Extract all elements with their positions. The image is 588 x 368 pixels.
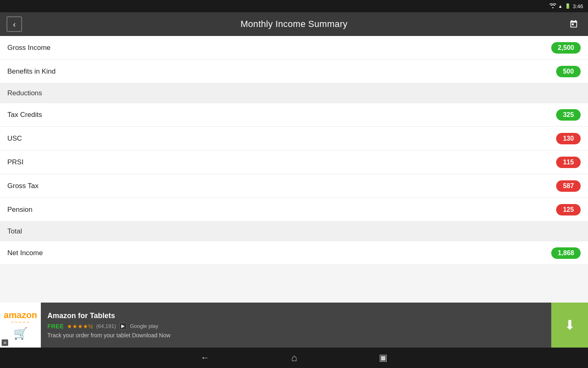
row-label-tax-credits: Tax Credits (7, 111, 42, 119)
row-benefits-in-kind[interactable]: Benefits in Kind500 (0, 60, 588, 83)
back-icon: ‹ (13, 20, 16, 29)
ad-content: Amazon for Tablets FREE ★★★★½ (64,191) ▶… (41, 303, 551, 348)
badge-gross-tax: 587 (556, 180, 581, 192)
ad-close-button[interactable]: ✕ (2, 339, 8, 346)
row-label-usc: USC (7, 135, 22, 143)
ad-smile-icon: ~~~~~ (11, 319, 30, 325)
badge-benefits-in-kind: 500 (556, 66, 581, 77)
ad-download-button[interactable]: ⬇ (551, 303, 588, 348)
row-label-total: Total (7, 227, 22, 236)
ad-banner: amazon ~~~~~ 🛒 ✕ Amazon for Tablets FREE… (0, 303, 588, 348)
bottom-nav: ← ⌂ ▣ (0, 348, 588, 368)
row-gross-tax[interactable]: Gross Tax587 (0, 174, 588, 198)
status-icons: ▲ 🔋 3:46 (550, 3, 583, 9)
badge-pension: 125 (556, 204, 581, 215)
row-pension[interactable]: Pension125 (0, 198, 588, 222)
row-gross-income[interactable]: Gross Income2,500 (0, 36, 588, 60)
wifi-icon (550, 3, 556, 9)
row-usc[interactable]: USC130 (0, 127, 588, 150)
row-reductions: Reductions (0, 83, 588, 103)
status-bar: ▲ 🔋 3:46 (0, 0, 588, 12)
row-total: Total (0, 222, 588, 241)
ad-description: Track your order from your tablet Downlo… (47, 332, 545, 339)
ad-stars: ★★★★½ (67, 323, 93, 330)
ad-subtitle-row: FREE ★★★★½ (64,191) ▶ Google play (47, 323, 545, 330)
recents-nav-button[interactable]: ▣ (379, 352, 388, 363)
ad-title: Amazon for Tablets (47, 312, 545, 320)
battery-icon: 🔋 (565, 3, 571, 9)
google-play-label: Google play (130, 323, 158, 329)
back-nav-icon: ← (200, 352, 209, 363)
badge-gross-income: 2,500 (551, 42, 581, 54)
row-label-gross-tax: Gross Tax (7, 182, 38, 190)
home-nav-icon: ⌂ (291, 352, 297, 364)
row-label-pension: Pension (7, 206, 32, 214)
row-net-income[interactable]: Net Income1,868 (0, 241, 588, 265)
ad-cart-icon: 🛒 (13, 327, 28, 340)
page-title: Monthly Income Summary (241, 19, 347, 29)
badge-usc: 130 (556, 133, 581, 144)
signal-icon: ▲ (558, 4, 563, 9)
row-label-prsi: PRSI (7, 158, 24, 166)
row-tax-credits[interactable]: Tax Credits325 (0, 103, 588, 127)
ad-reviews: (64,191) (96, 323, 116, 329)
row-label-net-income: Net Income (7, 249, 43, 257)
row-label-benefits-in-kind: Benefits in Kind (7, 67, 56, 76)
badge-net-income: 1,868 (551, 247, 581, 259)
download-icon: ⬇ (564, 319, 575, 332)
calendar-icon (569, 20, 578, 29)
row-prsi[interactable]: PRSI115 (0, 150, 588, 174)
recents-nav-icon: ▣ (379, 352, 388, 363)
back-button[interactable]: ‹ (7, 16, 22, 32)
badge-prsi: 115 (556, 157, 581, 168)
top-nav: ‹ Monthly Income Summary (0, 12, 588, 36)
badge-tax-credits: 325 (556, 109, 581, 121)
ad-logo-area: amazon ~~~~~ 🛒 ✕ (0, 303, 41, 348)
income-summary-list: Gross Income2,500Benefits in Kind500Redu… (0, 36, 588, 265)
ad-free-label: FREE (47, 323, 64, 330)
row-label-reductions: Reductions (7, 89, 42, 97)
google-play-icon: ▶ (119, 323, 127, 330)
home-nav-button[interactable]: ⌂ (291, 352, 297, 364)
back-nav-button[interactable]: ← (200, 352, 209, 363)
status-time: 3:46 (573, 3, 583, 9)
calendar-button[interactable] (566, 16, 581, 32)
row-label-gross-income: Gross Income (7, 44, 51, 52)
